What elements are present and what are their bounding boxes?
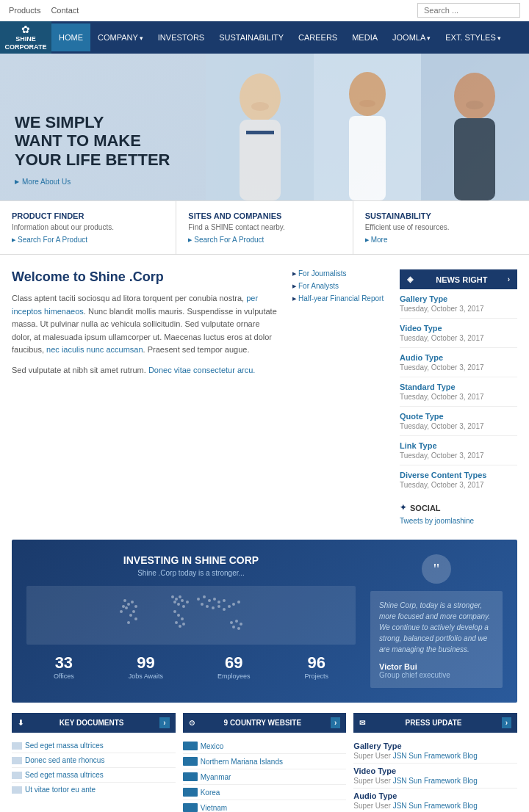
svg-rect-9 <box>454 118 495 200</box>
key-docs-arrow[interactable]: › <box>159 717 169 728</box>
feature-link-2[interactable]: Search For A Product <box>188 236 340 244</box>
feature-desc-2: Find a SHINE contact nearby. <box>188 223 340 231</box>
news-right-section: ◈ NEWS RIGHT › Gallery Type Tuesday, Oct… <box>400 269 517 525</box>
nav-joomla[interactable]: JOOMLA <box>385 23 438 51</box>
welcome-link-1[interactable]: per inceptos himenaeos <box>12 294 258 316</box>
news-item-title-7[interactable]: Diverse Content Types <box>400 471 517 479</box>
svg-point-24 <box>171 595 174 598</box>
press-title-1[interactable]: Gallery Type <box>353 742 517 750</box>
feature-link-1[interactable]: Search For A Product <box>12 236 164 244</box>
key-doc-3[interactable]: Sed eget massa ultrices <box>12 768 176 783</box>
welcome-link-3[interactable]: Donec vitae consectetur arcu. <box>148 366 256 374</box>
country-header: ⊙ 9 COUNTRY WEBSITE › <box>183 713 347 733</box>
invest-right: " Shine Corp, today is a stronger, more … <box>370 554 503 688</box>
press-title: PRESS UPDATE <box>405 719 461 727</box>
country-arrow[interactable]: › <box>331 717 340 728</box>
key-docs-header: ⬇ KEY DOCUMENTS › <box>12 713 176 733</box>
press-link-3[interactable]: JSN Sun Framework Blog <box>393 802 478 810</box>
nav-ext-styles[interactable]: EXT. STYLES <box>438 23 508 51</box>
nav-media[interactable]: MEDIA <box>345 23 385 51</box>
nav-careers[interactable]: CAREERS <box>291 23 345 51</box>
news-right-arrow[interactable]: › <box>508 275 510 283</box>
svg-point-37 <box>182 623 185 626</box>
news-item-title-1[interactable]: Gallery Type <box>400 294 517 303</box>
logo[interactable]: ✿ SHINECORPORATE <box>0 21 51 54</box>
middle-link-2[interactable]: For Analysts <box>292 282 388 290</box>
svg-point-48 <box>223 608 226 611</box>
news-item-6: Link Type Tuesday, October 3, 2017 <box>400 436 517 465</box>
stat-offices: 33 Offices <box>54 653 74 680</box>
search-input[interactable] <box>417 3 520 18</box>
svg-point-46 <box>212 606 215 609</box>
hero-section: WE SIMPLY WANT TO MAKE YOUR LIFE BETTER … <box>0 54 529 200</box>
news-item-2: Video Type Tuesday, October 3, 2017 <box>400 319 517 348</box>
news-item-date-7: Tuesday, October 3, 2017 <box>400 481 517 489</box>
social-tweets-link[interactable]: Tweets by joomlashine <box>400 517 517 525</box>
stat-jobs: 99 Jobs Awaits <box>129 653 163 680</box>
country-4[interactable]: Korea <box>183 785 347 800</box>
nav-investors[interactable]: INVESTORS <box>151 23 212 51</box>
nav-home[interactable]: HOME <box>51 23 90 51</box>
press-2: Video Type Super User JSN Sun Framework … <box>353 764 517 789</box>
news-item-title-5[interactable]: Quote Type <box>400 412 517 421</box>
doc-icon-4 <box>12 786 22 794</box>
svg-point-8 <box>454 73 495 120</box>
welcome-link-2[interactable]: nec iaculis nunc accumsan <box>46 345 143 354</box>
key-doc-1[interactable]: Sed eget massa ultrices <box>12 739 176 753</box>
quote-author: Victor Bui <box>379 662 494 671</box>
middle-link-3[interactable]: Half-year Financial Report <box>292 294 388 302</box>
news-right-header: ◈ NEWS RIGHT › <box>400 269 517 289</box>
news-item-title-2[interactable]: Video Type <box>400 324 517 333</box>
svg-point-22 <box>122 605 125 608</box>
country-3[interactable]: Myanmar <box>183 769 347 785</box>
flag-korea <box>183 788 198 797</box>
svg-point-27 <box>173 601 176 603</box>
top-products-link[interactable]: Products <box>9 6 40 15</box>
press-title-2[interactable]: Video Type <box>353 766 517 775</box>
news-item-date-6: Tuesday, October 3, 2017 <box>400 452 517 460</box>
world-map <box>26 586 356 645</box>
hero-title: WE SIMPLY WANT TO MAKE YOUR LIFE BETTER <box>15 113 170 169</box>
svg-point-33 <box>177 614 180 617</box>
key-doc-2[interactable]: Donec sed ante rhoncus <box>12 753 176 768</box>
svg-point-30 <box>182 605 185 608</box>
nav-sustainability[interactable]: SUSTAINABILITY <box>212 23 291 51</box>
doc-icon-1 <box>12 742 22 750</box>
svg-point-32 <box>173 610 176 613</box>
feature-sustainability: SUSTAINABILITY Efficient use of resource… <box>353 201 529 254</box>
social-header: SOCIAL <box>400 503 517 512</box>
press-link-2[interactable]: JSN Sun Framework Blog <box>393 777 478 785</box>
press-icon: ✉ <box>359 719 365 727</box>
svg-point-40 <box>208 599 211 602</box>
news-item-date-4: Tuesday, October 3, 2017 <box>400 393 517 401</box>
top-contact-link[interactable]: Contact <box>51 6 79 15</box>
press-title-3[interactable]: Audio Type <box>353 791 517 800</box>
svg-point-14 <box>127 603 130 606</box>
svg-point-19 <box>129 614 132 617</box>
press-panel: ✉ PRESS UPDATE › Gallery Type Super User… <box>353 713 517 812</box>
middle-link-1[interactable]: For Journalists <box>292 269 388 278</box>
key-doc-4[interactable]: Ut vitae tortor eu ante <box>12 783 176 797</box>
nav-company[interactable]: COMPANY <box>90 23 151 51</box>
news-item-title-4[interactable]: Standard Type <box>400 383 517 391</box>
hero-link[interactable]: More About Us <box>15 178 170 186</box>
top-bar: Products Contact <box>0 0 529 21</box>
press-1: Gallery Type Super User JSN Sun Framewor… <box>353 739 517 764</box>
main-nav: HOME COMPANY INVESTORS SUSTAINABILITY CA… <box>51 23 529 51</box>
feature-link-3[interactable]: More <box>365 236 517 244</box>
press-arrow[interactable]: › <box>502 717 511 728</box>
top-bar-links: Products Contact <box>9 6 79 15</box>
stat-offices-num: 33 <box>54 653 74 673</box>
press-link-1[interactable]: JSN Sun Framework Blog <box>393 752 478 760</box>
svg-point-55 <box>232 626 235 628</box>
country-5[interactable]: Vietnam <box>183 800 347 812</box>
news-item-title-6[interactable]: Link Type <box>400 441 517 450</box>
feature-title-2: SITES AND COMPANIES <box>188 211 340 220</box>
svg-point-1 <box>240 73 281 122</box>
news-item-date-1: Tuesday, October 3, 2017 <box>400 305 517 313</box>
svg-point-28 <box>177 603 180 606</box>
news-item-title-3[interactable]: Audio Type <box>400 353 517 362</box>
country-2[interactable]: Northern Mariana Islands <box>183 754 347 769</box>
svg-point-29 <box>181 599 184 602</box>
country-1[interactable]: Mexico <box>183 739 347 754</box>
